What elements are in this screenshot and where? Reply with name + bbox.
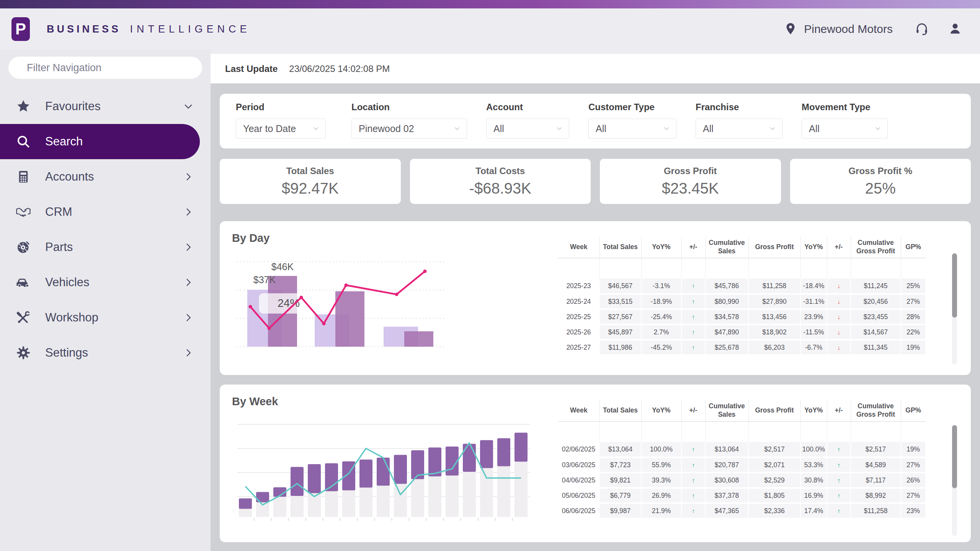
up-arrow-icon: ↑ (692, 329, 695, 336)
table-scrollbar[interactable] (952, 253, 957, 364)
last-update-timestamp: 23/06/2025 14:02:08 PM (289, 64, 390, 74)
chevron-right-icon (183, 277, 194, 288)
chevron-right-icon (183, 171, 194, 182)
svg-text:$46K: $46K (271, 261, 294, 272)
period-select[interactable]: Year to Date (236, 119, 326, 139)
up-arrow-icon: ↑ (692, 462, 695, 468)
select-value: Pinewood 02 (359, 123, 414, 134)
column-header: Cumulative Sales (705, 400, 748, 421)
column-header: Gross Profit (748, 400, 800, 421)
select-value: All (493, 123, 504, 134)
table-row[interactable]: 2025-26$45,8972.7%↑$47,890$18,902-11.5%↓… (558, 324, 926, 340)
app-title: BUSINESS INTELLIGENCE (47, 23, 251, 35)
table-row[interactable]: 2025-23$46,567-3.1%↑$45,786$11,258-18.4%… (558, 279, 926, 294)
chevron-down-icon (768, 124, 777, 133)
filter-label: Period (236, 102, 326, 112)
up-arrow-icon: ↑ (837, 492, 840, 499)
sidebar-item-crm[interactable]: CRM (0, 194, 211, 230)
star-icon (15, 98, 31, 114)
up-arrow-icon: ↑ (837, 477, 840, 484)
column-header: +/- (827, 400, 851, 421)
table-row[interactable]: 03/06/2025$7,72355.9%↑$20,787$2,07153.3%… (558, 457, 926, 473)
kpi-total-sales: Total Sales $92.47K (220, 159, 401, 204)
top-bar: P BUSINESS INTELLIGENCE Pinewood Motors (0, 8, 980, 50)
by-day-chart[interactable]: $37K$46K24% (237, 259, 445, 355)
scrollbar-thumb[interactable] (952, 253, 957, 318)
last-update-label: Last Update (225, 64, 278, 74)
filter-label: Location (351, 102, 467, 112)
movement-type-select[interactable]: All (802, 119, 888, 139)
sidebar-item-search[interactable]: Search (0, 124, 200, 159)
up-arrow-icon: ↑ (692, 314, 695, 320)
kpi-value: $23.45K (662, 180, 719, 197)
sidebar-item-favourites[interactable]: Favourites (0, 89, 211, 124)
account-select[interactable]: All (486, 119, 569, 139)
table-row[interactable]: 05/06/2025$6,77926.9%↑$37,378$1,80516.9%… (558, 488, 926, 503)
column-header: Cumulative Gross Profit (851, 400, 901, 421)
spacer-row (558, 421, 926, 442)
customer-type-select[interactable]: All (588, 119, 676, 139)
chevron-right-icon (183, 207, 194, 217)
main-content: Last Update 23/06/2025 14:02:08 PM Perio… (211, 50, 980, 551)
filter-navigation-input[interactable] (8, 57, 202, 79)
franchise-select[interactable]: All (696, 119, 782, 139)
column-header: Total Sales (599, 400, 641, 421)
column-header: +/- (681, 400, 705, 421)
app-title-bold: BUSINESS (47, 23, 121, 35)
column-header: Cumulative Gross Profit (851, 236, 901, 258)
filter-group-account: Account All (486, 102, 569, 139)
sidebar-item-workshop[interactable]: Workshop (0, 300, 211, 335)
chevron-down-icon (183, 101, 194, 112)
table-scrollbar[interactable] (952, 425, 957, 536)
table-row[interactable]: 06/06/2025$9,98721.9%↑$47,365$2,33617.4%… (558, 503, 926, 518)
headset-icon[interactable] (915, 22, 929, 36)
filter-group-customer-type: Customer Type All (588, 102, 676, 139)
column-header: YoY% (800, 236, 827, 258)
down-arrow-icon: ↓ (837, 314, 840, 320)
kpi-label: Total Sales (286, 166, 334, 176)
chevron-down-icon (312, 124, 320, 133)
column-header: +/- (681, 236, 705, 258)
up-arrow-icon: ↑ (692, 477, 695, 484)
user-profile-icon[interactable] (949, 22, 962, 36)
scrollbar-thumb[interactable] (952, 425, 957, 488)
kpi-label: Gross Profit % (848, 166, 912, 176)
by-week-chart[interactable] (237, 421, 530, 523)
sidebar-item-parts[interactable]: Parts (0, 230, 211, 265)
search-icon (15, 134, 31, 150)
logo-letter: P (15, 20, 26, 38)
kpi-row: Total Sales $92.47K Total Costs -$68.93K… (220, 159, 971, 204)
column-header: Gross Profit (748, 236, 800, 258)
down-arrow-icon: ↓ (837, 329, 840, 336)
up-arrow-icon: ↑ (692, 344, 695, 351)
up-arrow-icon: ↑ (692, 492, 695, 499)
brake-disc-icon (15, 239, 31, 255)
table-row[interactable]: 2025-25$27,567-25.4%↑$34,578$13,45623.9%… (558, 309, 926, 324)
by-day-card: By Day $37K$46K24% WeekTotal SalesYoY%+/… (220, 221, 971, 375)
sidebar-item-settings[interactable]: Settings (0, 335, 211, 370)
filter-label: Customer Type (588, 102, 676, 112)
sidebar-item-accounts[interactable]: Accounts (0, 159, 211, 194)
table-row[interactable]: 2025-24$33,515-18.9%↑$80,990$27,890-31.1… (558, 294, 926, 309)
sidebar-item-label: Workshop (45, 311, 98, 324)
table-row[interactable]: 02/06/2025$13,064100.0%↑$13,064$2,517100… (558, 442, 926, 457)
chevron-right-icon (183, 312, 194, 323)
select-value: All (809, 123, 820, 134)
filter-label: Account (486, 102, 569, 112)
location-select[interactable]: Pinewood 02 (351, 119, 467, 139)
table-row[interactable]: 04/06/2025$9,82139.3%↑$30,608$2,52930.8%… (558, 473, 926, 488)
sidebar-item-label: Vehicles (45, 276, 89, 289)
sidebar-item-label: Search (45, 135, 83, 148)
chevron-down-icon (555, 124, 564, 133)
table-row[interactable]: 2025-27$11,986-45.2%↑$25,678$6,203-6.7%↓… (558, 340, 926, 355)
kpi-value: 25% (865, 180, 896, 197)
dealer-name[interactable]: Pinewood Motors (804, 23, 893, 36)
filter-label: Movement Type (802, 102, 888, 112)
sidebar-item-vehicles[interactable]: Vehicles (0, 265, 211, 300)
column-header: GP% (901, 400, 926, 421)
sidebar: Favourites Search Accounts (0, 50, 211, 551)
chevron-down-icon (453, 124, 461, 133)
filter-label: Franchise (696, 102, 782, 112)
last-update-bar: Last Update 23/06/2025 14:02:08 PM (211, 50, 980, 83)
top-gradient-strip (0, 0, 980, 8)
